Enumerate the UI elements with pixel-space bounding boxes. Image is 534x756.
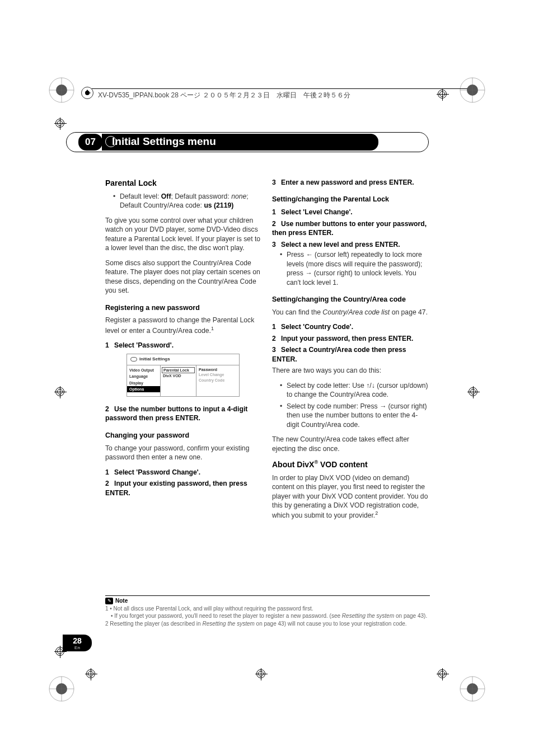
section-number: 07 [78, 134, 102, 151]
crosshair-icon [467, 386, 480, 398]
heading-parental-lock: Parental Lock [105, 178, 262, 189]
sl-step-2: 2Use number buttons to enter your passwo… [272, 219, 429, 238]
crosshair-icon [437, 88, 449, 101]
step-c2: 2Input your existing password, then pres… [105, 479, 262, 497]
crosshair-icon [54, 386, 67, 398]
divx-para: In order to play DivX VOD (video on dema… [272, 473, 429, 520]
step-3: 3Enter a new password and press ENTER. [272, 178, 429, 187]
sc-after: The new Country/Area code takes effect a… [272, 435, 429, 453]
sc-step-1: 1Select 'Country Code'. [272, 322, 429, 331]
sc-ways: There are two ways you can do this: [272, 366, 429, 375]
step-c1: 1Select 'Password Change'. [105, 468, 262, 477]
sl-step-3: 3Select a new level and press ENTER. [272, 240, 429, 249]
crosshair-icon [437, 668, 449, 680]
sl-step-1: 1Select 'Level Change'. [272, 208, 429, 217]
sc-intro: You can find the Country/Area code list … [272, 308, 429, 317]
page-lang: En [63, 645, 92, 650]
sc-step-2: 2Input your password, then press ENTER. [272, 334, 429, 343]
step-2: 2Use the number buttons to input a 4-dig… [105, 405, 262, 423]
heading-changing-password: Changing your password [105, 431, 262, 440]
header-file-text: XV-DV535_IPPAN.book 28 ページ ２００５年２月２３日 水曜… [98, 91, 350, 100]
register-mark-br [458, 675, 486, 703]
heading-divx: About DivX® VOD content [272, 459, 429, 470]
default-bullet: Default level: Off; Default password: no… [113, 192, 262, 210]
ui-col-2: Parental Lock DivX VOD [161, 365, 196, 396]
note-icon: ✎ [105, 598, 113, 604]
ui-col-1: Video Output Language Display Options [127, 365, 161, 396]
register-mark-bl [48, 675, 76, 703]
right-column: 3Enter a new password and press ENTER. S… [272, 178, 429, 526]
note-section: ✎Note 1 • Not all discs use Parental Loc… [105, 595, 430, 627]
crosshair-icon [54, 118, 67, 130]
arrow-right-icon: → [305, 269, 312, 277]
arrow-right-icon: → [380, 402, 386, 410]
content-columns: Parental Lock Default level: Off; Defaul… [105, 178, 430, 526]
para-changing: To change your password, confirm your ex… [105, 444, 262, 462]
ui-col-3: Password Level Change Country Code [196, 365, 239, 396]
section-circle-icon [105, 136, 116, 147]
sc-step-3: 3Select a Country/Area code then press E… [272, 345, 429, 364]
settings-screenshot: Initial Settings Video Output Language D… [127, 354, 240, 397]
para-intro-2: Some discs also support the Country/Area… [105, 259, 262, 295]
sl-bullet: Press ← (cursor left) repeatedly to lock… [280, 250, 429, 287]
para-register: Register a password to change the Parent… [105, 316, 262, 335]
note-1b: • If you forget your password, you'll ne… [105, 612, 430, 620]
section-title: Initial Settings menu [102, 134, 378, 151]
note-title: Note [115, 598, 128, 604]
step-1: 1Select 'Password'. [105, 341, 262, 350]
arrow-up-icon: ↑ [366, 382, 369, 389]
svg-point-16 [85, 91, 90, 95]
ui-title: Initial Settings [127, 354, 239, 365]
sc-bullet-1: Select by code letter: Use ↑/↓ (cursor u… [280, 381, 429, 400]
heading-set-parental: Setting/changing the Parental Lock [272, 195, 429, 204]
header-rule [87, 88, 467, 89]
note-2: 2 Resetting the player (as described in … [105, 620, 430, 628]
disc-icon [130, 357, 137, 361]
para-intro-1: To give you some control over what your … [105, 216, 262, 253]
page-number-badge: 28 En [63, 635, 92, 651]
page-number: 28 [63, 635, 92, 645]
crosshair-icon [255, 668, 268, 680]
left-column: Parental Lock Default level: Off; Defaul… [105, 178, 262, 526]
note-1a: 1 • Not all discs use Parental Lock, and… [105, 605, 430, 613]
heading-set-country: Setting/changing the Country/Area code [272, 295, 429, 304]
crosshair-icon [85, 668, 97, 680]
sc-bullet-2: Select by code number: Press → (cursor r… [280, 402, 429, 429]
register-mark-tl [48, 76, 76, 104]
header-arrow-icon [81, 87, 93, 99]
arrow-left-icon: ← [306, 251, 313, 259]
register-mark-tr [458, 76, 486, 104]
heading-register-password: Registering a new password [105, 303, 262, 313]
page: XV-DV535_IPPAN.book 28 ページ ２００５年２月２３日 水曜… [0, 0, 534, 756]
